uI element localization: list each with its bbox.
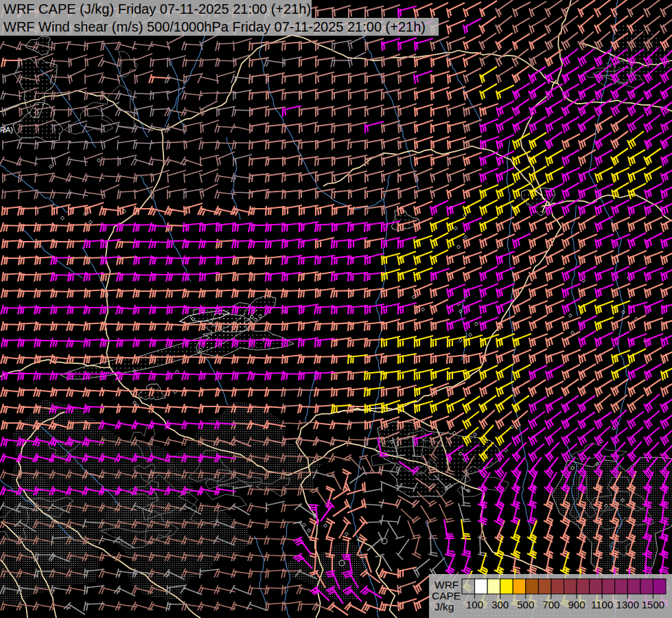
svg-text:1500: 1500 bbox=[642, 599, 664, 610]
svg-text:CAPE: CAPE bbox=[432, 590, 461, 602]
svg-text:1100: 1100 bbox=[591, 599, 613, 610]
svg-text:RA): RA) bbox=[0, 126, 13, 134]
svg-text:WRF Wind shear (m/s) 500/1000h: WRF Wind shear (m/s) 500/1000hPa Friday … bbox=[3, 19, 426, 34]
svg-text:500: 500 bbox=[517, 599, 534, 610]
svg-text:J/kg: J/kg bbox=[435, 601, 454, 613]
svg-text:300: 300 bbox=[491, 599, 509, 610]
svg-text:WRF: WRF bbox=[435, 579, 459, 591]
svg-text:100: 100 bbox=[466, 599, 483, 610]
svg-text:WRF CAPE (J/kg) Friday 07-11-2: WRF CAPE (J/kg) Friday 07-11-2025 21:00 … bbox=[3, 1, 311, 16]
svg-text:900: 900 bbox=[568, 599, 586, 610]
svg-text:700: 700 bbox=[542, 599, 559, 610]
svg-text:1300: 1300 bbox=[616, 599, 639, 610]
